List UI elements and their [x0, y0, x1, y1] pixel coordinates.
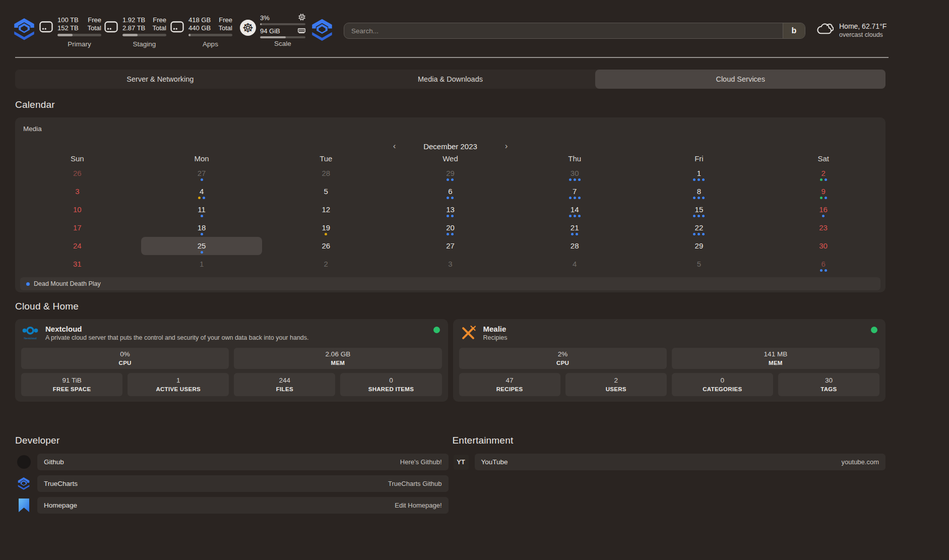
event-dots — [763, 215, 884, 218]
calendar-day-27[interactable]: 27 — [390, 237, 511, 255]
calendar-day-15[interactable]: 15 — [639, 201, 760, 219]
storage-total-value: 152 TB — [57, 24, 79, 32]
event-dots — [514, 269, 635, 272]
section-title-calendar: Calendar — [15, 98, 949, 111]
event-dots — [763, 233, 884, 236]
calendar-day-28[interactable]: 28 — [266, 164, 387, 182]
calendar-day-17[interactable]: 17 — [17, 219, 138, 237]
storage-free-label: Free — [219, 16, 232, 24]
calendar-day-10[interactable]: 10 — [17, 201, 138, 219]
calendar-day-23[interactable]: 23 — [763, 219, 884, 237]
calendar-day-2[interactable]: 2 — [266, 255, 387, 273]
event-dots — [639, 178, 760, 181]
service-card-mealie[interactable]: Mealie Recipies 2%CPU141 MBMEM 47RECIPES… — [453, 319, 886, 402]
service-cards: Nextcloud Nextcloud A private cloud serv… — [15, 319, 885, 402]
svg-text:Nextcloud: Nextcloud — [24, 337, 36, 340]
calendar-day-5[interactable]: 5 — [639, 255, 760, 273]
link-row-youtube: YT YouTube youtube.com — [453, 454, 886, 470]
storage-free-label: Free — [88, 16, 101, 24]
calendar-day-26[interactable]: 26 — [266, 237, 387, 255]
calendar-day-3[interactable]: 3 — [17, 182, 138, 201]
calendar-day-28[interactable]: 28 — [514, 237, 635, 255]
search-engine-button[interactable]: b — [783, 23, 805, 38]
calendar-day-22[interactable]: 22 — [639, 219, 760, 237]
calendar-day-24[interactable]: 24 — [17, 237, 138, 255]
calendar-day-18[interactable]: 18 — [141, 219, 262, 237]
calendar-day-9[interactable]: 9 — [763, 182, 884, 201]
calendar-day-26[interactable]: 26 — [17, 164, 138, 182]
calendar-legend: Dead Mount Death Play — [20, 277, 880, 290]
stat-mem: 141 MBMEM — [672, 348, 879, 369]
calendar-day-29[interactable]: 29 — [390, 164, 511, 182]
link-sections: Developer Github Here's Github! TrueChar… — [15, 433, 885, 519]
calendar-day-2[interactable]: 2 — [763, 164, 884, 182]
legend-dot — [26, 282, 30, 286]
scale-mem-value: 94 GiB — [260, 27, 280, 35]
calendar-day-14[interactable]: 14 — [514, 201, 635, 219]
event-dots — [266, 269, 387, 272]
link-github[interactable]: Github Here's Github! — [37, 454, 449, 470]
event-dots — [763, 197, 884, 200]
calendar-day-6[interactable]: 6 — [763, 255, 884, 273]
calendar-day-20[interactable]: 20 — [390, 219, 511, 237]
drive-icon — [39, 21, 53, 48]
calendar-day-4[interactable]: 4 — [514, 255, 635, 273]
tab-cloud-services[interactable]: Cloud Services — [595, 70, 885, 89]
calendar-day-30[interactable]: 30 — [514, 164, 635, 182]
link-youtube[interactable]: YouTube youtube.com — [475, 454, 886, 470]
github-icon — [17, 455, 31, 469]
tab-media-downloads[interactable]: Media & Downloads — [305, 70, 596, 89]
weekday-tue: Tue — [264, 154, 388, 163]
calendar-day-12[interactable]: 12 — [266, 201, 387, 219]
calendar-day-7[interactable]: 7 — [514, 182, 635, 201]
service-card-nextcloud[interactable]: Nextcloud Nextcloud A private cloud serv… — [15, 319, 448, 402]
scale-cpu-bar — [260, 23, 305, 25]
stat-free-space: 91 TiBFREE SPACE — [21, 373, 122, 396]
calendar-day-21[interactable]: 21 — [514, 219, 635, 237]
link-section-entertainment: Entertainment YT YouTube youtube.com — [453, 433, 886, 475]
drive-icon — [104, 21, 118, 48]
calendar-day-8[interactable]: 8 — [639, 182, 760, 201]
calendar-weeks: 2627282930123456789101112131415161718192… — [15, 164, 885, 273]
storage-free-value: 418 GB — [188, 16, 211, 24]
calendar-day-19[interactable]: 19 — [266, 219, 387, 237]
link-homepage[interactable]: Homepage Edit Homepage! — [37, 497, 449, 514]
link-row-github: Github Here's Github! — [15, 454, 449, 470]
calendar-day-29[interactable]: 29 — [639, 237, 760, 255]
kubernetes-icon: ☸ — [240, 20, 256, 36]
calendar-day-31[interactable]: 31 — [17, 255, 138, 273]
calendar-day-13[interactable]: 13 — [390, 201, 511, 219]
tab-server-networking[interactable]: Server & Networking — [15, 70, 305, 89]
calendar-day-1[interactable]: 1 — [141, 255, 262, 273]
event-dots — [763, 269, 884, 272]
calendar-next-icon[interactable]: › — [502, 141, 511, 151]
legend-label: Dead Mount Death Play — [34, 280, 101, 287]
event-dots — [141, 269, 262, 272]
section-title-entertainment: Entertainment — [453, 433, 886, 447]
event-dots — [266, 197, 387, 200]
top-bar: 100 TBFree 152 TBTotal Primary 1.92 TBFr… — [0, 0, 949, 57]
storage-usage-bar — [122, 34, 166, 36]
calendar-day-25[interactable]: 25 — [141, 237, 262, 255]
header-divider — [15, 57, 889, 58]
weather-widget[interactable]: Home, 62.71°F overcast clouds — [816, 22, 887, 39]
event-dots — [266, 233, 387, 236]
event-dots — [514, 215, 635, 218]
calendar-day-6[interactable]: 6 — [390, 182, 511, 201]
calendar-day-4[interactable]: 4 — [141, 182, 262, 201]
stat-categories: 0CATEGORIES — [672, 373, 773, 396]
storage-total-value: 2.87 TB — [122, 24, 145, 32]
calendar-day-30[interactable]: 30 — [763, 237, 884, 255]
search-input[interactable] — [344, 23, 783, 38]
calendar-day-5[interactable]: 5 — [266, 182, 387, 201]
storage-widget-apps: 418 GBFree 440 GBTotal Apps — [170, 13, 232, 48]
calendar-day-27[interactable]: 27 — [141, 164, 262, 182]
link-section-developer: Developer Github Here's Github! TrueChar… — [15, 433, 449, 519]
link-truecharts[interactable]: TrueCharts TrueCharts Github — [37, 475, 449, 492]
calendar-day-11[interactable]: 11 — [141, 201, 262, 219]
calendar-day-16[interactable]: 16 — [763, 201, 884, 219]
calendar-prev-icon[interactable]: ‹ — [390, 141, 399, 151]
calendar-day-1[interactable]: 1 — [639, 164, 760, 182]
stat-active-users: 1ACTIVE USERS — [128, 373, 229, 396]
calendar-day-3[interactable]: 3 — [390, 255, 511, 273]
